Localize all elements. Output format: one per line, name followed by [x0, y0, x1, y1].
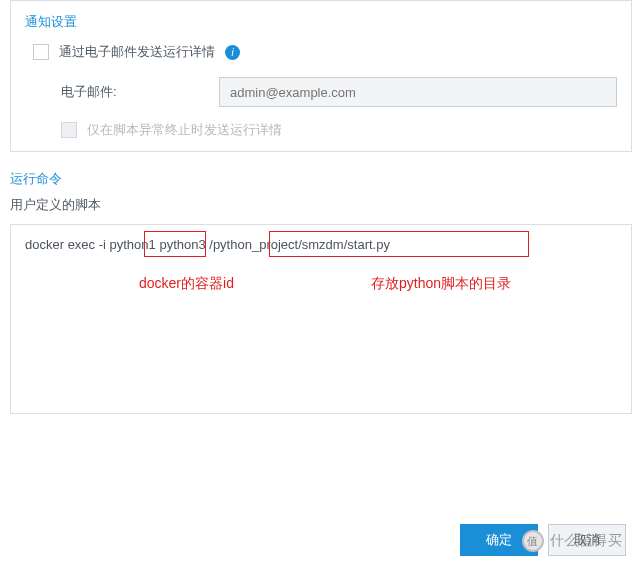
notification-title: 通知设置	[25, 13, 617, 31]
command-title: 运行命令	[10, 170, 640, 188]
email-field[interactable]	[219, 77, 617, 107]
notification-settings-panel: 通知设置 通过电子邮件发送运行详情 i 电子邮件: 仅在脚本异常终止时发送运行详…	[10, 0, 632, 152]
cancel-button[interactable]: 取消	[548, 524, 626, 556]
script-textarea[interactable]: docker exec -i python1 python3 /python_p…	[10, 224, 632, 414]
email-notify-checkbox-row[interactable]: 通过电子邮件发送运行详情 i	[33, 43, 617, 61]
abnormal-only-label: 仅在脚本异常终止时发送运行详情	[87, 121, 282, 139]
email-notify-label: 通过电子邮件发送运行详情	[59, 43, 215, 61]
highlight-box-script-path	[269, 231, 529, 257]
highlight-box-container-id	[144, 231, 206, 257]
button-row: 确定 取消	[0, 524, 640, 556]
info-icon[interactable]: i	[225, 45, 240, 60]
annotation-container-id: docker的容器id	[139, 275, 234, 293]
email-row: 电子邮件:	[61, 77, 617, 107]
annotation-script-path: 存放python脚本的目录	[371, 275, 511, 293]
checkbox-unchecked-icon[interactable]	[33, 44, 49, 60]
ok-button[interactable]: 确定	[460, 524, 538, 556]
checkbox-disabled-icon	[61, 122, 77, 138]
user-script-label: 用户定义的脚本	[10, 196, 640, 214]
email-label: 电子邮件:	[61, 83, 219, 101]
abnormal-only-row: 仅在脚本异常终止时发送运行详情	[61, 121, 617, 139]
